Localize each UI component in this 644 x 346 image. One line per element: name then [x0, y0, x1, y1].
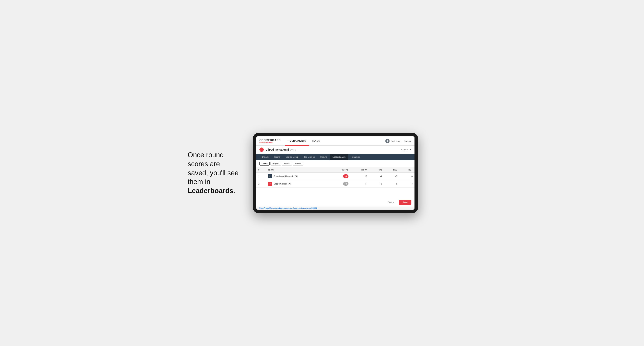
leaderboard-table: # TEAM TOTAL THRU RD1 RD2 RD3 1 — [256, 167, 414, 187]
tournament-gender: (Men) — [290, 148, 296, 151]
team-name-2: Clippd College [A] — [274, 182, 290, 185]
filter-strokes[interactable]: Strokes — [293, 162, 304, 166]
table-body: 1 SU Scoreboard University [A] -5 F — [256, 173, 414, 187]
team-logo-cell-1: SU Scoreboard University [A] — [268, 174, 328, 178]
col-rank: # — [256, 167, 266, 173]
filter-players[interactable]: Players — [270, 162, 281, 166]
tab-leaderboards[interactable]: Leaderboards — [330, 154, 348, 160]
team-name-1: Scoreboard University [A] — [274, 175, 298, 177]
team-logo-1: SU — [268, 174, 272, 178]
user-avatar: S — [385, 139, 390, 143]
thru-1: F — [350, 173, 369, 180]
team-cell-2: C Clippd College [A] — [266, 180, 330, 187]
tab-tee-groups[interactable]: Tee Groups — [301, 154, 318, 160]
table-header: # TEAM TOTAL THRU RD1 RD2 RD3 — [256, 167, 414, 173]
total-cell-1: -5 — [330, 173, 350, 180]
logo-sub-prefix: Powered by — [260, 142, 268, 143]
team-logo-cell-2: C Clippd College [A] — [268, 182, 328, 186]
rank-1: 1 — [256, 173, 266, 180]
rd1-2: +8 — [369, 180, 384, 187]
tablet-screen: SCOREBOARD Powered by clippd TOURNAMENTS… — [256, 136, 414, 210]
status-url: https://stage-blue-coach.stagescorecboar… — [260, 207, 317, 209]
page-wrapper: Once round scores are saved, you'll see … — [188, 133, 456, 213]
sidebar-text-line1: Once round scores are saved, you'll see … — [188, 151, 238, 186]
table-row: 1 SU Scoreboard University [A] -5 F — [256, 173, 414, 180]
logo-brand: clippd — [268, 142, 273, 143]
sign-out-link[interactable]: Sign out — [404, 140, 412, 142]
close-icon[interactable]: ✕ — [410, 148, 412, 151]
col-thru: THRU — [350, 167, 369, 173]
tournament-logo: C — [260, 148, 264, 152]
team-cell-1: SU Scoreboard University [A] — [266, 173, 330, 180]
tab-results[interactable]: Results — [318, 154, 330, 160]
sidebar-text-bold: Leaderboards — [188, 187, 233, 195]
total-cell-2: +3 — [330, 180, 350, 187]
filter-bar: Teams Players Scores Strokes — [256, 160, 414, 167]
sidebar-text-suffix: . — [233, 187, 235, 195]
tab-course-setup[interactable]: Course Setup — [283, 154, 301, 160]
tournament-name: Clippd Invitational — [266, 148, 289, 151]
header-row: # TEAM TOTAL THRU RD1 RD2 RD3 — [256, 167, 414, 173]
table-row: 2 C Clippd College [A] +3 F — [256, 180, 414, 187]
tab-printables[interactable]: Printables — [348, 154, 363, 160]
logo-title: SCOREBOARD — [260, 139, 281, 142]
thru-2: F — [350, 180, 369, 187]
tournament-header: C Clippd Invitational (Men) Cancel ✕ — [256, 146, 414, 154]
nav-link-tournaments[interactable]: TOURNAMENTS — [285, 136, 309, 146]
sub-nav: Details Teams Course Setup Tee Groups Re… — [256, 154, 414, 160]
tab-teams[interactable]: Teams — [271, 154, 283, 160]
cancel-button-top[interactable]: Cancel ✕ — [401, 148, 412, 151]
rd2-1: +5 — [384, 173, 399, 180]
rd2-2: -8 — [384, 180, 399, 187]
col-team: TEAM — [266, 167, 330, 173]
tablet-frame: SCOREBOARD Powered by clippd TOURNAMENTS… — [253, 133, 418, 213]
cancel-button-footer[interactable]: Cancel — [384, 200, 397, 205]
top-nav: SCOREBOARD Powered by clippd TOURNAMENTS… — [256, 136, 414, 146]
rd3-1: -6 — [399, 173, 414, 180]
rd1-1: -4 — [369, 173, 384, 180]
col-total: TOTAL — [330, 167, 350, 173]
cancel-label: Cancel — [401, 148, 408, 151]
logo-subtitle: Powered by clippd — [260, 142, 281, 143]
leaderboard-content: # TEAM TOTAL THRU RD1 RD2 RD3 1 — [256, 167, 414, 198]
sidebar-description: Once round scores are saved, you'll see … — [188, 151, 242, 195]
tab-details[interactable]: Details — [260, 154, 271, 160]
score-badge-2: +3 — [343, 182, 348, 186]
nav-link-teams[interactable]: TEAMS — [309, 136, 323, 146]
col-rd2: RD2 — [384, 167, 399, 173]
filter-scores[interactable]: Scores — [282, 162, 292, 166]
rank-2: 2 — [256, 180, 266, 187]
col-rd1: RD1 — [369, 167, 384, 173]
team-logo-2: C — [268, 182, 272, 186]
nav-right: S Test User | Sign out — [385, 139, 412, 143]
user-name: Test User — [391, 140, 400, 142]
filter-teams[interactable]: Teams — [260, 162, 270, 166]
rd3-2: +3 — [399, 180, 414, 187]
logo-area: SCOREBOARD Powered by clippd — [260, 139, 281, 143]
save-button[interactable]: Save — [399, 200, 412, 205]
modal-footer: Cancel Save — [256, 198, 414, 206]
score-badge-1: -5 — [343, 174, 348, 178]
nav-links: TOURNAMENTS TEAMS — [285, 136, 385, 146]
col-rd3: RD3 — [399, 167, 414, 173]
status-bar: https://stage-blue-coach.stagescorecboar… — [256, 206, 414, 210]
